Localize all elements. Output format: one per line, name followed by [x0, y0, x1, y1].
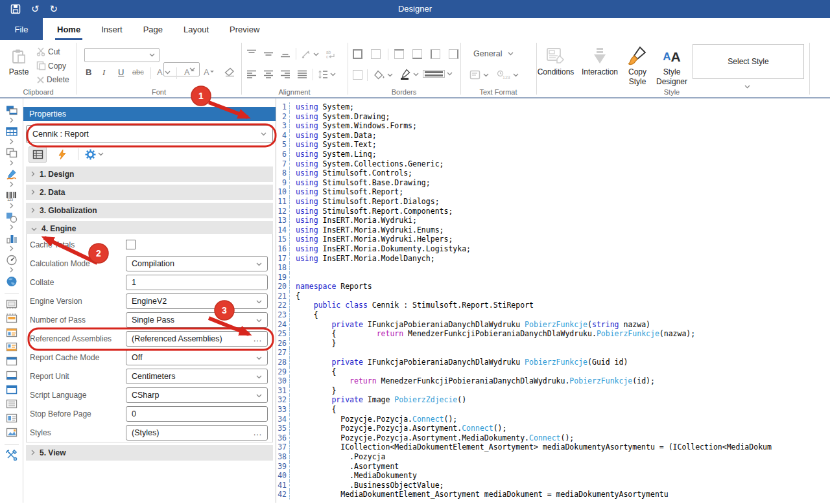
toolbox-item-clone[interactable]: [5, 147, 18, 166]
section-header-2-data[interactable]: 2. Data: [26, 185, 273, 200]
shrink-font-button[interactable]: A: [204, 67, 214, 77]
grow-font-button[interactable]: A: [184, 67, 195, 77]
section-header-5-view[interactable]: 5. View: [26, 445, 273, 461]
chevron-down-icon: [256, 391, 262, 400]
line-number: 19: [276, 273, 290, 282]
underline-button[interactable]: U: [118, 67, 124, 77]
undo-button[interactable]: ↺: [31, 0, 40, 18]
toolbox-item-footer-band[interactable]: [5, 369, 18, 381]
align-bottom-button[interactable]: [280, 49, 290, 58]
toolbox-separator: [5, 444, 19, 445]
wrap-text-icon: abc: [326, 49, 336, 59]
chevron-right-icon[interactable]: [10, 223, 14, 230]
toolbox-item-signature[interactable]: [5, 168, 18, 187]
style-designer-button[interactable]: AA Style Designer: [654, 45, 690, 87]
toolbox-item-data-band[interactable]: [5, 398, 18, 409]
code-editor[interactable]: 1using System;2using System.Drawing;3usi…: [276, 98, 830, 503]
gallery-dropdown-button[interactable]: [744, 82, 750, 91]
tab-preview[interactable]: Preview: [219, 18, 270, 40]
engine-version-combo[interactable]: EngineV2: [126, 293, 268, 309]
collate-input[interactable]: 1: [126, 275, 268, 290]
stop-before-page-input[interactable]: 0: [126, 406, 268, 422]
toolbox-item-gauge[interactable]: [5, 254, 18, 273]
right-border-button[interactable]: [449, 49, 458, 59]
toolbox-item-shapes[interactable]: [5, 211, 18, 230]
chevron-down-icon: [256, 372, 262, 381]
toolbox-item-group-footer-band[interactable]: [5, 341, 18, 352]
save-button[interactable]: [10, 0, 21, 18]
line-number: 18: [276, 263, 290, 273]
chevron-right-icon[interactable]: [10, 245, 14, 251]
toolbox-item-picture[interactable]: [5, 426, 18, 438]
redo-button[interactable]: ↻: [50, 0, 58, 18]
component-selector-combo[interactable]: Cennik : Report: [26, 125, 273, 143]
line-number: 30: [276, 376, 290, 386]
chevron-right-icon[interactable]: [10, 266, 14, 273]
toolbox-item-report-title-band[interactable]: [5, 298, 18, 310]
all-borders-button[interactable]: [353, 49, 362, 59]
script-language-combo[interactable]: CSharp: [126, 387, 268, 403]
tab-home[interactable]: Home: [47, 18, 91, 40]
no-borders-button[interactable]: [371, 49, 381, 59]
chevron-down-icon: [387, 73, 393, 77]
fill-color-button[interactable]: [374, 70, 393, 80]
chevron-right-icon[interactable]: [10, 138, 14, 144]
tab-file[interactable]: File: [0, 18, 43, 40]
chevron-right-icon[interactable]: [10, 117, 14, 123]
tab-insert[interactable]: Insert: [91, 18, 133, 40]
categorized-view-button[interactable]: [29, 146, 47, 163]
align-top-button[interactable]: [246, 49, 257, 58]
clear-format-button[interactable]: [224, 67, 235, 77]
font-name-combo[interactable]: [84, 48, 160, 62]
select-style-gallery[interactable]: Select Style: [693, 44, 804, 79]
toolbox-item-tools[interactable]: [5, 449, 18, 461]
properties-toolbar: [23, 144, 276, 164]
align-center-button[interactable]: [263, 70, 274, 78]
report-unit-combo[interactable]: Centimeters: [126, 369, 268, 384]
toolbox-item-detail-band[interactable]: [5, 412, 18, 424]
align-middle-button[interactable]: [263, 49, 274, 58]
align-left-button[interactable]: [246, 70, 257, 78]
bold-button[interactable]: B: [86, 67, 91, 77]
top-border-button[interactable]: [394, 49, 404, 59]
left-border-button[interactable]: [431, 49, 440, 59]
chevron-right-icon[interactable]: [10, 159, 14, 166]
outside-borders-button[interactable]: [353, 70, 362, 80]
border-style-button[interactable]: [423, 70, 453, 78]
toolbox-item-table[interactable]: [5, 126, 18, 144]
font-color-button[interactable]: A: [157, 67, 171, 77]
section-header-1-design[interactable]: 1. Design: [26, 166, 273, 182]
report-cache-mode-combo[interactable]: Off: [126, 350, 268, 365]
tab-layout[interactable]: Layout: [173, 18, 219, 40]
toolbox-item-header-band[interactable]: [5, 355, 18, 367]
events-view-button[interactable]: [53, 146, 71, 163]
toolbox-item-group-header-band[interactable]: [5, 326, 18, 338]
border-brush-button[interactable]: [399, 69, 419, 80]
align-right-button[interactable]: [280, 70, 290, 78]
section-header-3-globalization[interactable]: 3. Globalization: [26, 203, 273, 218]
line-number: 15: [276, 235, 290, 244]
toolbox-item-barcode[interactable]: 123: [5, 190, 18, 209]
toolbox-item-map[interactable]: [5, 275, 18, 287]
number-of-pass-combo[interactable]: Single Pass: [126, 312, 268, 328]
referenced-assemblies-editor[interactable]: (Referenced Assemblies)...: [126, 331, 268, 347]
ellipsis-button[interactable]: ...: [254, 334, 262, 343]
toolbox-item-panel-band[interactable]: [5, 384, 18, 395]
tab-page[interactable]: Page: [133, 18, 173, 40]
toolbox-item-chart[interactable]: [5, 233, 18, 251]
settings-button[interactable]: [85, 146, 103, 163]
chevron-right-icon[interactable]: [10, 181, 14, 187]
toolbox-item-page-header-band[interactable]: [5, 312, 18, 324]
align-justify-button[interactable]: [297, 70, 307, 78]
calculation-mode-combo[interactable]: Compilation: [126, 256, 268, 271]
italic-button[interactable]: I: [102, 67, 105, 78]
styles-editor[interactable]: (Styles)...: [126, 425, 268, 441]
cache-totals-checkbox[interactable]: [126, 240, 136, 249]
ellipsis-button[interactable]: ...: [254, 428, 262, 437]
valign-top-icon: [246, 49, 257, 58]
bottom-border-button[interactable]: [412, 49, 422, 59]
strikethrough-button[interactable]: abc: [132, 68, 144, 76]
copy-style-button[interactable]: Copy Style: [621, 45, 654, 87]
chevron-right-icon[interactable]: [10, 202, 14, 209]
toolbox-item-bands[interactable]: [5, 104, 18, 123]
